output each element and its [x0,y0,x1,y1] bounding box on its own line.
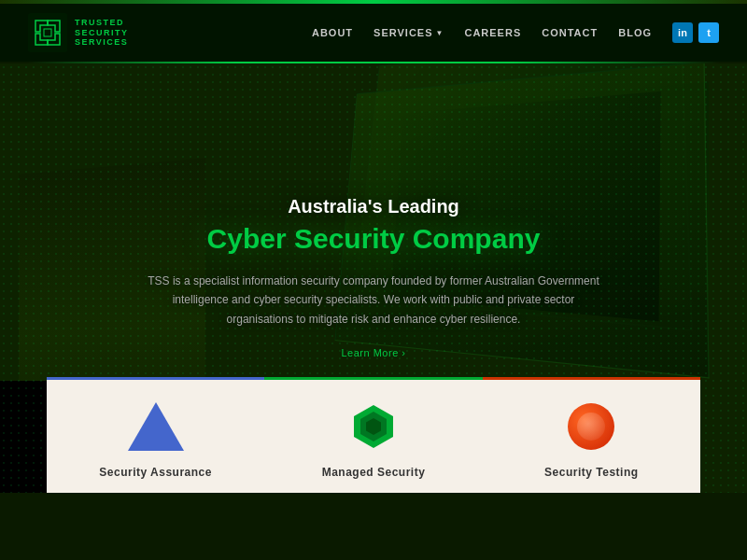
card-security-assurance: Security Assurance [47,377,264,493]
header: TRUSTED SECURITY SERVICES ABOUT SERVICES… [0,4,747,62]
cards-section: Security Assurance Managed Security Secu… [47,377,700,493]
dropdown-arrow-icon: ▼ [436,29,444,37]
svg-rect-0 [28,13,67,52]
security-assurance-icon-area [128,399,184,455]
logo[interactable]: TRUSTED SECURITY SERVICES [28,13,129,52]
nav-contact[interactable]: CONTACT [542,27,598,38]
triangle-icon [128,402,184,451]
hero-content: Australia's Leading Cyber Security Compa… [140,196,607,360]
circle-icon [568,403,614,450]
managed-security-icon-area [345,399,402,455]
nav-careers[interactable]: CAREERS [464,27,521,38]
card-managed-security: Managed Security [264,377,482,493]
nav-blog[interactable]: BLOG [618,27,652,38]
navigation: ABOUT SERVICES ▼ CAREERS CONTACT BLOG in… [312,22,719,43]
nav-about[interactable]: ABOUT [312,27,353,38]
learn-more-link[interactable]: Learn More › [342,347,406,358]
card-label-managed-security: Managed Security [278,466,468,479]
twitter-icon[interactable]: t [698,22,719,43]
security-testing-icon-area [563,399,619,455]
nav-services[interactable]: SERVICES ▼ [374,27,444,38]
hero-description: TSS is a specialist information security… [140,272,607,329]
card-security-testing: Security Testing [483,377,700,493]
logo-text: TRUSTED SECURITY SERVICES [75,18,129,48]
linkedin-icon[interactable]: in [672,22,693,43]
hero-section: Australia's Leading Cyber Security Compa… [0,63,747,493]
hex-icon [349,402,398,451]
logo-icon [28,13,67,52]
card-label-security-testing: Security Testing [497,466,686,479]
social-icons: in t [672,22,719,43]
hero-title: Cyber Security Company [140,223,607,255]
card-label-security-assurance: Security Assurance [61,466,250,479]
hero-subtitle: Australia's Leading [140,196,607,217]
